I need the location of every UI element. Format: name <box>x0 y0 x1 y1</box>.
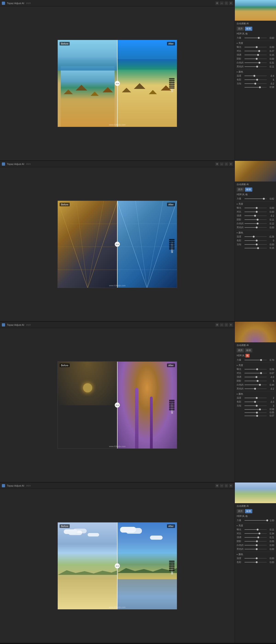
tint-value-1: 6 <box>268 78 274 81</box>
main-area-4: Topaz Adjust AI 2023 ⚙ — □ ✕ <box>0 482 235 643</box>
btn-boost-2[interactable]: 高升 <box>237 188 244 192</box>
brightness-section-1[interactable]: ▾ 亮度 <box>237 42 274 45</box>
contrast-value-1: 0.27 <box>268 50 274 52</box>
svg-line-2 <box>88 201 104 288</box>
side-menu-item-4c[interactable]: 加 <box>169 564 175 566</box>
side-menu-item-4a[interactable]: 下 <box>169 560 175 562</box>
close-btn-2[interactable]: ✕ <box>229 162 233 166</box>
close-btn-1[interactable]: ✕ <box>229 2 233 5</box>
side-menu-item-1b[interactable]: 载 <box>169 80 175 81</box>
contrast-track-1[interactable] <box>244 51 267 51</box>
btn-standard-1[interactable]: 标准 <box>245 27 252 31</box>
maximize-btn-3[interactable]: □ <box>224 323 228 327</box>
side-menu-item-4e[interactable]: 拉 <box>169 568 175 569</box>
contrast-row-1: 对比 0.27 <box>237 50 274 52</box>
before-half-2 <box>58 201 117 288</box>
side-menu-item-1a[interactable]: 下 <box>169 78 175 80</box>
side-menu-item-4d[interactable]: 载 <box>169 566 175 568</box>
strength-label-1: 力量 <box>237 36 243 40</box>
controls-panel-2: 自动调整 AI 高升 标准 HDR 风 格 力量 0.82 ▾ 亮 <box>235 182 276 321</box>
btn-boost-1[interactable]: 高升 <box>237 27 244 31</box>
color-section-1[interactable]: ▾ 颜色 <box>237 70 274 74</box>
divider-handle-4[interactable]: ⟺ <box>115 563 120 568</box>
brightness-section-2[interactable]: ▾ 亮度 <box>237 202 274 206</box>
temp-value-1: -0.4 <box>268 75 274 77</box>
btn-standard-2[interactable]: 标准 <box>245 188 252 192</box>
contrast-label-1: 对比 <box>237 50 243 52</box>
settings-btn-2[interactable]: ⚙ <box>215 162 219 166</box>
maximize-btn-2[interactable]: □ <box>224 162 228 166</box>
panel-lake: Topaz Adjust AI 2023 ⚙ — □ ✕ <box>0 482 276 643</box>
divider-color-1 <box>237 69 274 70</box>
side-menu-item-3a[interactable]: 下 <box>169 400 175 401</box>
side-menu-4: 下 分 加 载 拉 显示 <box>169 560 175 571</box>
minimize-btn-3[interactable]: — <box>220 323 223 327</box>
tint-track-1[interactable] <box>244 80 267 80</box>
side-menu-item-2d[interactable]: 始 <box>169 244 175 246</box>
app-title-4: Topaz Adjust AI <box>7 484 24 487</box>
saturation-track-1[interactable] <box>244 84 267 84</box>
canvas-wrapper-4: Before After ⟺ 下 分 加 载 拉 显示 www.52kuijiu… <box>0 489 235 643</box>
side-menu-item-2f[interactable]: 像 <box>169 248 175 250</box>
settings-btn-4[interactable]: ⚙ <box>215 484 219 488</box>
exposure-track-1[interactable] <box>244 47 267 47</box>
divider-handle-3[interactable]: ⟺ <box>115 402 120 408</box>
vibrance-track-1[interactable] <box>244 87 267 88</box>
side-menu-2: 下 载 原 始 图 像 <box>169 239 175 250</box>
black-track-1[interactable] <box>244 66 267 67</box>
close-btn-4[interactable]: ✕ <box>229 484 233 488</box>
panel-beach: Topaz Adjust AI 2023 ⚙ — □ ✕ <box>0 0 276 161</box>
app-version-2: 2023 <box>26 163 31 165</box>
close-btn-3[interactable]: ✕ <box>229 323 233 327</box>
right-sidebar-3: 自动调整 AI 高升 标准 HDR 风 格 力量 0.70 ▾亮度 曝光0.06 <box>235 322 276 482</box>
svg-line-8 <box>117 201 147 288</box>
svg-line-1 <box>58 201 88 288</box>
right-sidebar-2: 自动调整 AI 高升 标准 HDR 风 格 力量 0.82 ▾ 亮 <box>235 161 276 321</box>
minimize-btn-1[interactable]: — <box>220 2 223 5</box>
before-label-2: Before <box>60 203 70 206</box>
minimize-btn-4[interactable]: — <box>220 484 223 488</box>
highlight-value-1: 0.15 <box>268 54 274 56</box>
beach-after-img <box>117 40 177 127</box>
side-menu-item-1d[interactable]: 始 <box>169 84 175 85</box>
highlight-track-1[interactable] <box>244 55 267 55</box>
saturation-value-1: -0.2 <box>268 82 274 85</box>
side-menu-item-1f[interactable]: 像 <box>169 87 175 89</box>
side-menu-3: 下 载 原 始 图 像 <box>169 400 175 410</box>
side-menu-item-2c[interactable]: 原 <box>169 242 175 244</box>
side-menu-item-3b[interactable]: 载 <box>169 402 175 403</box>
side-menu-item-1e[interactable]: 图 <box>169 86 175 87</box>
strength-track-1[interactable] <box>244 38 267 38</box>
side-menu-item-3d[interactable]: 始 <box>169 405 175 407</box>
side-menu-item-2a[interactable]: 下 <box>169 239 175 240</box>
before-label-4: Before <box>60 524 70 528</box>
panel-fantasy: Topaz Adjust AI 2023 ⚙ — □ ✕ <box>0 322 276 482</box>
divider-handle-1[interactable]: ⟺ <box>115 81 120 86</box>
side-menu-item-3c[interactable]: 原 <box>169 404 175 405</box>
side-menu-item-3e[interactable]: 图 <box>169 407 175 408</box>
divider-handle-2[interactable]: ⟺ <box>115 242 120 247</box>
strength-track-2[interactable] <box>244 198 267 199</box>
temp-track-1[interactable] <box>244 76 267 76</box>
titlebar-1: Topaz Adjust AI 2023 ⚙ — □ ✕ <box>0 0 235 6</box>
side-menu-item-4f[interactable]: 显示 <box>169 570 175 571</box>
side-menu-item-4b[interactable]: 分 <box>169 562 175 564</box>
strength-value-1: 0.60 <box>268 37 274 39</box>
white-track-1[interactable] <box>244 62 267 63</box>
settings-btn-3[interactable]: ⚙ <box>215 323 219 327</box>
maximize-btn-1[interactable]: □ <box>224 2 228 5</box>
maximize-btn-4[interactable]: □ <box>224 484 228 488</box>
side-menu-item-3f[interactable]: 像 <box>169 409 175 410</box>
titlebar-2: Topaz Adjust AI 2023 ⚙ — □ ✕ <box>0 161 235 167</box>
svg-line-9 <box>147 201 163 288</box>
side-menu-item-1c[interactable]: 原 <box>169 82 175 83</box>
minimize-btn-2[interactable]: — <box>220 162 223 166</box>
side-menu-item-2e[interactable]: 图 <box>169 246 175 248</box>
settings-btn-1[interactable]: ⚙ <box>215 2 219 5</box>
side-menu-1: 下 载 原 始 图 像 <box>169 78 175 89</box>
shadow-track-1[interactable] <box>244 58 267 59</box>
saturation-row-1: 当知 -0.2 <box>237 82 274 85</box>
main-area-3: Topaz Adjust AI 2023 ⚙ — □ ✕ <box>0 322 235 482</box>
right-sidebar-4: 自动调整 AI 高升 标准 HDR 风 格 力量 1.00 ▾亮度 曝光0.11 <box>235 482 276 643</box>
side-menu-item-2b[interactable]: 载 <box>169 241 175 242</box>
